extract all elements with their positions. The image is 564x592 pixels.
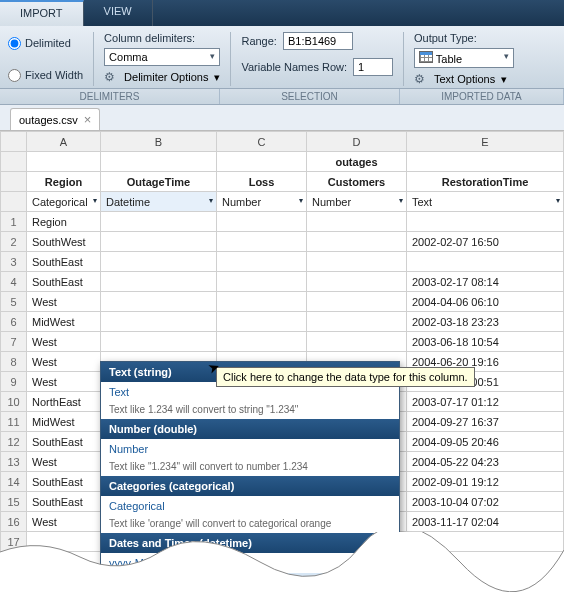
- cell[interactable]: [217, 332, 307, 352]
- type-B[interactable]: Datetime: [101, 192, 217, 212]
- row-head[interactable]: 13: [1, 452, 27, 472]
- row-head[interactable]: 15: [1, 492, 27, 512]
- cell[interactable]: [217, 252, 307, 272]
- cell[interactable]: [101, 332, 217, 352]
- row-head[interactable]: 10: [1, 392, 27, 412]
- menu-opt-custom[interactable]: Custom Date Format like MM-dd-yyyy hh:mm…: [101, 573, 399, 592]
- type-D[interactable]: Number: [307, 192, 407, 212]
- type-E[interactable]: Text: [407, 192, 564, 212]
- cell[interactable]: 2003-07-17 01:12: [407, 392, 564, 412]
- cell[interactable]: 2003-10-04 07:02: [407, 492, 564, 512]
- close-icon[interactable]: ×: [84, 112, 92, 127]
- cell[interactable]: 2003-06-18 10:54: [407, 332, 564, 352]
- cell[interactable]: West: [27, 452, 101, 472]
- row-head[interactable]: 16: [1, 512, 27, 532]
- col-D[interactable]: D: [307, 132, 407, 152]
- cell[interactable]: West: [27, 512, 101, 532]
- text-options-btn[interactable]: Text Options ▾: [414, 72, 514, 86]
- output-type-combo[interactable]: Table: [414, 48, 514, 68]
- cell[interactable]: [101, 212, 217, 232]
- cell[interactable]: 2002-02-07 16:50: [407, 232, 564, 252]
- col-B[interactable]: B: [101, 132, 217, 152]
- col-delim-combo[interactable]: Comma: [104, 48, 220, 66]
- cell[interactable]: SouthEast: [27, 432, 101, 452]
- cell[interactable]: MidWest: [27, 312, 101, 332]
- cell[interactable]: [101, 312, 217, 332]
- cell[interactable]: West: [27, 372, 101, 392]
- row-head[interactable]: 4: [1, 272, 27, 292]
- row-head[interactable]: 12: [1, 432, 27, 452]
- cell[interactable]: [217, 292, 307, 312]
- file-tab[interactable]: outages.csv ×: [10, 108, 100, 130]
- row-head[interactable]: 6: [1, 312, 27, 332]
- cell[interactable]: MidWest: [27, 412, 101, 432]
- cell[interactable]: [307, 212, 407, 232]
- cell[interactable]: 2004-09-27 16:37: [407, 412, 564, 432]
- cell[interactable]: [407, 252, 564, 272]
- cell[interactable]: [101, 272, 217, 292]
- col-E[interactable]: E: [407, 132, 564, 152]
- varnames-input[interactable]: [353, 58, 393, 76]
- row-head[interactable]: 11: [1, 412, 27, 432]
- cell[interactable]: [307, 252, 407, 272]
- cell[interactable]: [217, 212, 307, 232]
- radio-delimited[interactable]: Delimited: [8, 37, 83, 50]
- cell[interactable]: 2004-09-05 20:46: [407, 432, 564, 452]
- row-head[interactable]: 5: [1, 292, 27, 312]
- cell[interactable]: [217, 272, 307, 292]
- row-head[interactable]: 1: [1, 212, 27, 232]
- row-head[interactable]: 2: [1, 232, 27, 252]
- delimiter-options-btn[interactable]: Delimiter Options ▾: [104, 70, 220, 84]
- cell[interactable]: 2004-04-06 06:10: [407, 292, 564, 312]
- cell[interactable]: [407, 532, 564, 552]
- row-head[interactable]: 9: [1, 372, 27, 392]
- cell[interactable]: [307, 292, 407, 312]
- cell[interactable]: NorthEast: [27, 392, 101, 412]
- cell[interactable]: [407, 212, 564, 232]
- cell[interactable]: [307, 312, 407, 332]
- cell[interactable]: [101, 252, 217, 272]
- header-restoration[interactable]: RestorationTime: [407, 172, 564, 192]
- col-A[interactable]: A: [27, 132, 101, 152]
- cell[interactable]: SouthEast: [27, 252, 101, 272]
- cell[interactable]: [27, 532, 101, 552]
- header-customers[interactable]: Customers: [307, 172, 407, 192]
- cell[interactable]: SouthWest: [27, 232, 101, 252]
- cell[interactable]: West: [27, 352, 101, 372]
- cell[interactable]: 2004-05-22 04:23: [407, 452, 564, 472]
- cell[interactable]: [217, 232, 307, 252]
- col-C[interactable]: C: [217, 132, 307, 152]
- menu-opt-number[interactable]: Number: [101, 439, 399, 459]
- cell[interactable]: SouthEast: [27, 472, 101, 492]
- cell[interactable]: [101, 232, 217, 252]
- cell[interactable]: 2002-09-01 19:12: [407, 472, 564, 492]
- tab-view[interactable]: VIEW: [84, 0, 153, 26]
- cell[interactable]: [217, 312, 307, 332]
- menu-opt-categorical[interactable]: Categorical: [101, 496, 399, 516]
- cell[interactable]: SouthEast: [27, 492, 101, 512]
- range-input[interactable]: [283, 32, 353, 50]
- row-head[interactable]: 17: [1, 532, 27, 552]
- type-A[interactable]: Categorical: [27, 192, 101, 212]
- cell[interactable]: West: [27, 332, 101, 352]
- header-loss[interactable]: Loss: [217, 172, 307, 192]
- cell[interactable]: 2002-03-18 23:23: [407, 312, 564, 332]
- cell[interactable]: 2003-02-17 08:14: [407, 272, 564, 292]
- type-C[interactable]: Number: [217, 192, 307, 212]
- cell[interactable]: [307, 272, 407, 292]
- row-head[interactable]: 14: [1, 472, 27, 492]
- row-head[interactable]: 8: [1, 352, 27, 372]
- header-outagetime[interactable]: OutageTime: [101, 172, 217, 192]
- cell[interactable]: Region: [27, 212, 101, 232]
- radio-fixed-width[interactable]: Fixed Width: [8, 69, 83, 82]
- cell[interactable]: SouthEast: [27, 272, 101, 292]
- cell[interactable]: West: [27, 292, 101, 312]
- cell[interactable]: 2003-11-17 02:04: [407, 512, 564, 532]
- row-head[interactable]: 3: [1, 252, 27, 272]
- header-region[interactable]: Region: [27, 172, 101, 192]
- cell[interactable]: [307, 332, 407, 352]
- cell[interactable]: [307, 232, 407, 252]
- row-head[interactable]: 7: [1, 332, 27, 352]
- cell[interactable]: [101, 292, 217, 312]
- tab-import[interactable]: IMPORT: [0, 0, 84, 26]
